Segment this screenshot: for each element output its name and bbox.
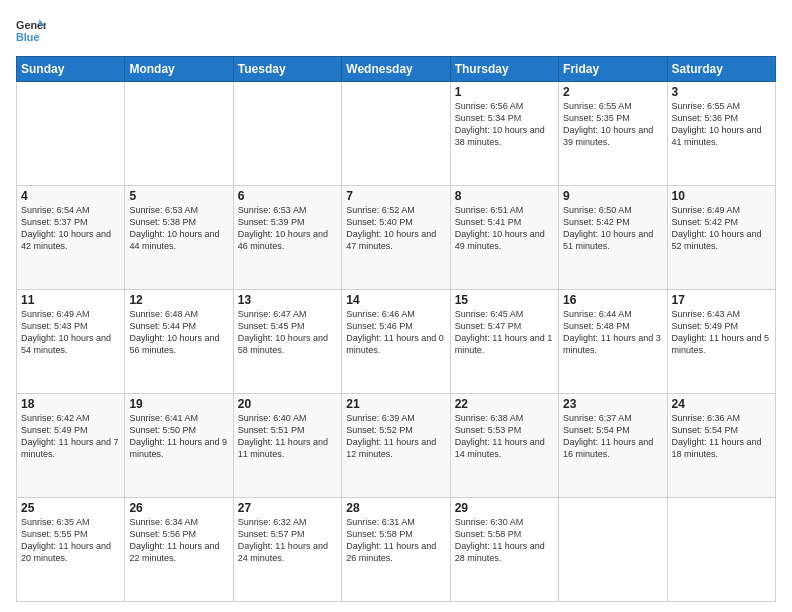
day-number: 29 <box>455 501 554 515</box>
day-info: Sunrise: 6:35 AM Sunset: 5:55 PM Dayligh… <box>21 516 120 565</box>
day-info: Sunrise: 6:53 AM Sunset: 5:39 PM Dayligh… <box>238 204 337 253</box>
day-number: 16 <box>563 293 662 307</box>
day-info: Sunrise: 6:36 AM Sunset: 5:54 PM Dayligh… <box>672 412 771 461</box>
day-info: Sunrise: 6:43 AM Sunset: 5:49 PM Dayligh… <box>672 308 771 357</box>
week-row-4: 18Sunrise: 6:42 AM Sunset: 5:49 PM Dayli… <box>17 394 776 498</box>
day-cell <box>17 82 125 186</box>
svg-text:Blue: Blue <box>16 31 39 43</box>
day-info: Sunrise: 6:52 AM Sunset: 5:40 PM Dayligh… <box>346 204 445 253</box>
day-info: Sunrise: 6:44 AM Sunset: 5:48 PM Dayligh… <box>563 308 662 357</box>
calendar-table: SundayMondayTuesdayWednesdayThursdayFrid… <box>16 56 776 602</box>
day-info: Sunrise: 6:45 AM Sunset: 5:47 PM Dayligh… <box>455 308 554 357</box>
day-number: 20 <box>238 397 337 411</box>
day-info: Sunrise: 6:49 AM Sunset: 5:42 PM Dayligh… <box>672 204 771 253</box>
day-cell <box>559 498 667 602</box>
day-number: 15 <box>455 293 554 307</box>
day-cell: 3Sunrise: 6:55 AM Sunset: 5:36 PM Daylig… <box>667 82 775 186</box>
day-cell: 14Sunrise: 6:46 AM Sunset: 5:46 PM Dayli… <box>342 290 450 394</box>
week-row-1: 1Sunrise: 6:56 AM Sunset: 5:34 PM Daylig… <box>17 82 776 186</box>
day-info: Sunrise: 6:39 AM Sunset: 5:52 PM Dayligh… <box>346 412 445 461</box>
day-cell <box>342 82 450 186</box>
day-number: 8 <box>455 189 554 203</box>
day-info: Sunrise: 6:55 AM Sunset: 5:36 PM Dayligh… <box>672 100 771 149</box>
day-info: Sunrise: 6:51 AM Sunset: 5:41 PM Dayligh… <box>455 204 554 253</box>
weekday-header-sunday: Sunday <box>17 57 125 82</box>
weekday-header-saturday: Saturday <box>667 57 775 82</box>
week-row-2: 4Sunrise: 6:54 AM Sunset: 5:37 PM Daylig… <box>17 186 776 290</box>
day-cell: 10Sunrise: 6:49 AM Sunset: 5:42 PM Dayli… <box>667 186 775 290</box>
day-cell: 4Sunrise: 6:54 AM Sunset: 5:37 PM Daylig… <box>17 186 125 290</box>
day-cell: 23Sunrise: 6:37 AM Sunset: 5:54 PM Dayli… <box>559 394 667 498</box>
day-info: Sunrise: 6:47 AM Sunset: 5:45 PM Dayligh… <box>238 308 337 357</box>
day-number: 26 <box>129 501 228 515</box>
day-cell <box>125 82 233 186</box>
logo: General Blue <box>16 16 46 46</box>
weekday-header-row: SundayMondayTuesdayWednesdayThursdayFrid… <box>17 57 776 82</box>
week-row-3: 11Sunrise: 6:49 AM Sunset: 5:43 PM Dayli… <box>17 290 776 394</box>
weekday-header-thursday: Thursday <box>450 57 558 82</box>
day-cell: 16Sunrise: 6:44 AM Sunset: 5:48 PM Dayli… <box>559 290 667 394</box>
logo-icon: General Blue <box>16 16 46 46</box>
day-cell: 15Sunrise: 6:45 AM Sunset: 5:47 PM Dayli… <box>450 290 558 394</box>
day-info: Sunrise: 6:56 AM Sunset: 5:34 PM Dayligh… <box>455 100 554 149</box>
day-cell: 26Sunrise: 6:34 AM Sunset: 5:56 PM Dayli… <box>125 498 233 602</box>
day-cell: 6Sunrise: 6:53 AM Sunset: 5:39 PM Daylig… <box>233 186 341 290</box>
day-cell: 2Sunrise: 6:55 AM Sunset: 5:35 PM Daylig… <box>559 82 667 186</box>
day-cell: 17Sunrise: 6:43 AM Sunset: 5:49 PM Dayli… <box>667 290 775 394</box>
day-number: 10 <box>672 189 771 203</box>
day-info: Sunrise: 6:55 AM Sunset: 5:35 PM Dayligh… <box>563 100 662 149</box>
day-number: 2 <box>563 85 662 99</box>
day-cell: 22Sunrise: 6:38 AM Sunset: 5:53 PM Dayli… <box>450 394 558 498</box>
day-info: Sunrise: 6:31 AM Sunset: 5:58 PM Dayligh… <box>346 516 445 565</box>
weekday-header-wednesday: Wednesday <box>342 57 450 82</box>
day-number: 22 <box>455 397 554 411</box>
day-number: 12 <box>129 293 228 307</box>
day-info: Sunrise: 6:38 AM Sunset: 5:53 PM Dayligh… <box>455 412 554 461</box>
day-cell: 5Sunrise: 6:53 AM Sunset: 5:38 PM Daylig… <box>125 186 233 290</box>
day-info: Sunrise: 6:49 AM Sunset: 5:43 PM Dayligh… <box>21 308 120 357</box>
day-cell: 21Sunrise: 6:39 AM Sunset: 5:52 PM Dayli… <box>342 394 450 498</box>
day-info: Sunrise: 6:54 AM Sunset: 5:37 PM Dayligh… <box>21 204 120 253</box>
day-number: 25 <box>21 501 120 515</box>
day-number: 24 <box>672 397 771 411</box>
day-cell: 25Sunrise: 6:35 AM Sunset: 5:55 PM Dayli… <box>17 498 125 602</box>
page: General Blue SundayMondayTuesdayWednesda… <box>0 0 792 612</box>
day-info: Sunrise: 6:42 AM Sunset: 5:49 PM Dayligh… <box>21 412 120 461</box>
day-number: 21 <box>346 397 445 411</box>
day-number: 5 <box>129 189 228 203</box>
day-cell: 13Sunrise: 6:47 AM Sunset: 5:45 PM Dayli… <box>233 290 341 394</box>
day-number: 19 <box>129 397 228 411</box>
day-cell: 18Sunrise: 6:42 AM Sunset: 5:49 PM Dayli… <box>17 394 125 498</box>
weekday-header-monday: Monday <box>125 57 233 82</box>
header: General Blue <box>16 16 776 46</box>
day-info: Sunrise: 6:40 AM Sunset: 5:51 PM Dayligh… <box>238 412 337 461</box>
weekday-header-friday: Friday <box>559 57 667 82</box>
day-info: Sunrise: 6:53 AM Sunset: 5:38 PM Dayligh… <box>129 204 228 253</box>
day-cell: 12Sunrise: 6:48 AM Sunset: 5:44 PM Dayli… <box>125 290 233 394</box>
day-cell: 11Sunrise: 6:49 AM Sunset: 5:43 PM Dayli… <box>17 290 125 394</box>
day-info: Sunrise: 6:46 AM Sunset: 5:46 PM Dayligh… <box>346 308 445 357</box>
day-number: 23 <box>563 397 662 411</box>
day-cell: 1Sunrise: 6:56 AM Sunset: 5:34 PM Daylig… <box>450 82 558 186</box>
day-number: 3 <box>672 85 771 99</box>
day-cell: 27Sunrise: 6:32 AM Sunset: 5:57 PM Dayli… <box>233 498 341 602</box>
day-cell: 24Sunrise: 6:36 AM Sunset: 5:54 PM Dayli… <box>667 394 775 498</box>
day-number: 18 <box>21 397 120 411</box>
day-number: 28 <box>346 501 445 515</box>
day-cell: 9Sunrise: 6:50 AM Sunset: 5:42 PM Daylig… <box>559 186 667 290</box>
day-info: Sunrise: 6:34 AM Sunset: 5:56 PM Dayligh… <box>129 516 228 565</box>
day-number: 6 <box>238 189 337 203</box>
day-cell: 19Sunrise: 6:41 AM Sunset: 5:50 PM Dayli… <box>125 394 233 498</box>
day-cell: 7Sunrise: 6:52 AM Sunset: 5:40 PM Daylig… <box>342 186 450 290</box>
day-cell <box>667 498 775 602</box>
day-number: 17 <box>672 293 771 307</box>
day-info: Sunrise: 6:30 AM Sunset: 5:58 PM Dayligh… <box>455 516 554 565</box>
day-number: 11 <box>21 293 120 307</box>
day-cell: 8Sunrise: 6:51 AM Sunset: 5:41 PM Daylig… <box>450 186 558 290</box>
day-info: Sunrise: 6:32 AM Sunset: 5:57 PM Dayligh… <box>238 516 337 565</box>
day-info: Sunrise: 6:37 AM Sunset: 5:54 PM Dayligh… <box>563 412 662 461</box>
week-row-5: 25Sunrise: 6:35 AM Sunset: 5:55 PM Dayli… <box>17 498 776 602</box>
day-info: Sunrise: 6:41 AM Sunset: 5:50 PM Dayligh… <box>129 412 228 461</box>
day-number: 9 <box>563 189 662 203</box>
day-number: 4 <box>21 189 120 203</box>
